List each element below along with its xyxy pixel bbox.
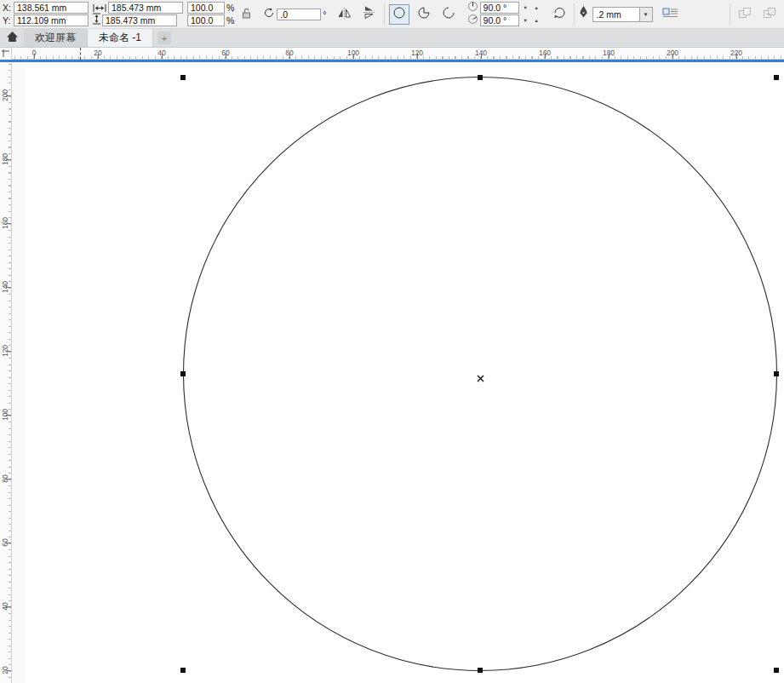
start-angle-input[interactable]: [480, 2, 519, 14]
object-size-group: [93, 2, 183, 26]
separator: [730, 3, 730, 26]
scale-vertical-percent-label: %: [226, 15, 234, 26]
pie-mode-button[interactable]: [414, 4, 434, 25]
tab-document-label: 未命名 -1: [99, 31, 141, 45]
object-height-icon: [93, 13, 100, 28]
scale-vertical-input[interactable]: [187, 14, 225, 26]
selection-handle-top-right[interactable]: [774, 75, 779, 80]
drawing-canvas[interactable]: [12, 62, 784, 683]
start-angle-spin-down-button[interactable]: ▾: [521, 3, 530, 14]
selection-handle-middle-right[interactable]: [774, 371, 779, 376]
rotation-angle-input[interactable]: [277, 9, 321, 20]
ellipse-object[interactable]: [12, 62, 784, 683]
ruler-origin[interactable]: [0, 48, 12, 60]
outline-width-dropdown[interactable]: .2 mm ▼: [592, 7, 653, 22]
selection-handle-bottom-center[interactable]: [478, 668, 483, 673]
selection-handle-top-center[interactable]: [478, 75, 483, 80]
home-icon: [6, 31, 19, 46]
new-tab-button[interactable]: +: [157, 32, 171, 44]
arc-mode-button[interactable]: [438, 4, 459, 25]
lock-ratio-button[interactable]: [238, 7, 254, 22]
pie-icon: [417, 7, 431, 22]
workspace: 20018016014012010080604020: [0, 62, 784, 683]
wrap-text-icon: [662, 6, 678, 22]
horizontal-ruler[interactable]: 020406080100120140160180200220: [0, 48, 784, 60]
object-center-marker[interactable]: [477, 370, 484, 386]
x-position-input[interactable]: [14, 2, 89, 14]
mirror-horizontal-icon: [337, 7, 352, 22]
object-width-input[interactable]: [108, 2, 183, 14]
y-position-label: Y:: [3, 15, 12, 26]
change-direction-icon: [552, 6, 566, 22]
home-button[interactable]: [0, 29, 24, 47]
wrap-text-button[interactable]: [661, 4, 681, 25]
separator: [384, 3, 385, 26]
tab-document[interactable]: 未命名 -1: [88, 29, 153, 47]
ellipse-icon: [392, 7, 406, 22]
copy-attributes-icon: [763, 7, 776, 22]
dropdown-arrow-icon: ▼: [644, 12, 649, 17]
rotation-icon: [263, 7, 275, 22]
rotation-degree-label: °: [323, 9, 326, 20]
selection-handle-top-left[interactable]: [180, 75, 186, 80]
outline-width-icon: [579, 6, 588, 22]
document-tab-bar: 欢迎屏幕 未命名 -1 +: [0, 29, 784, 48]
outline-width-value[interactable]: .2 mm: [592, 7, 640, 22]
tab-welcome-label: 欢迎屏幕: [35, 31, 76, 45]
ruler-origin-icon: [2, 46, 10, 61]
vertical-ruler[interactable]: 20018016014012010080604020: [0, 62, 12, 683]
copy-properties-icon: [738, 7, 752, 22]
property-bar: X: Y: % %: [0, 0, 784, 29]
scale-horizontal-input[interactable]: [187, 2, 225, 14]
mirror-vertical-button[interactable]: [359, 4, 380, 25]
copy-attributes-button[interactable]: [759, 4, 780, 25]
end-angle-spin-down-button[interactable]: ▾: [521, 15, 530, 26]
x-position-label: X:: [3, 3, 12, 13]
mirror-vertical-icon: [363, 5, 375, 23]
end-angle-spin-up-button[interactable]: ▴: [532, 15, 541, 26]
rotation-group: °: [263, 9, 326, 20]
selection-handle-middle-left[interactable]: [180, 371, 186, 376]
y-position-input[interactable]: [14, 14, 89, 26]
separator: [574, 3, 575, 26]
outline-width-dropdown-button[interactable]: ▼: [640, 7, 653, 22]
scale-factor-group: % %: [187, 2, 234, 26]
ellipse-mode-button[interactable]: [389, 4, 409, 25]
ruler-position-marker: [80, 48, 81, 60]
object-height-input[interactable]: [102, 14, 177, 26]
mirror-horizontal-button[interactable]: [335, 4, 355, 25]
change-direction-button[interactable]: [549, 4, 569, 25]
copy-properties-button[interactable]: [735, 4, 755, 25]
scale-horizontal-percent-label: %: [226, 3, 234, 13]
end-angle-icon: [467, 13, 478, 28]
object-position-group: X: Y:: [3, 2, 89, 26]
tab-welcome-screen[interactable]: 欢迎屏幕: [24, 29, 88, 47]
selection-handle-bottom-left[interactable]: [180, 668, 186, 673]
unlock-icon: [242, 7, 251, 22]
selection-handle-bottom-right[interactable]: [774, 668, 779, 673]
arc-icon: [442, 7, 455, 22]
arc-angles-group: ▾ ▴ ▾ ▴: [467, 2, 541, 26]
start-angle-spin-up-button[interactable]: ▴: [532, 3, 541, 14]
end-angle-input[interactable]: [480, 14, 519, 26]
